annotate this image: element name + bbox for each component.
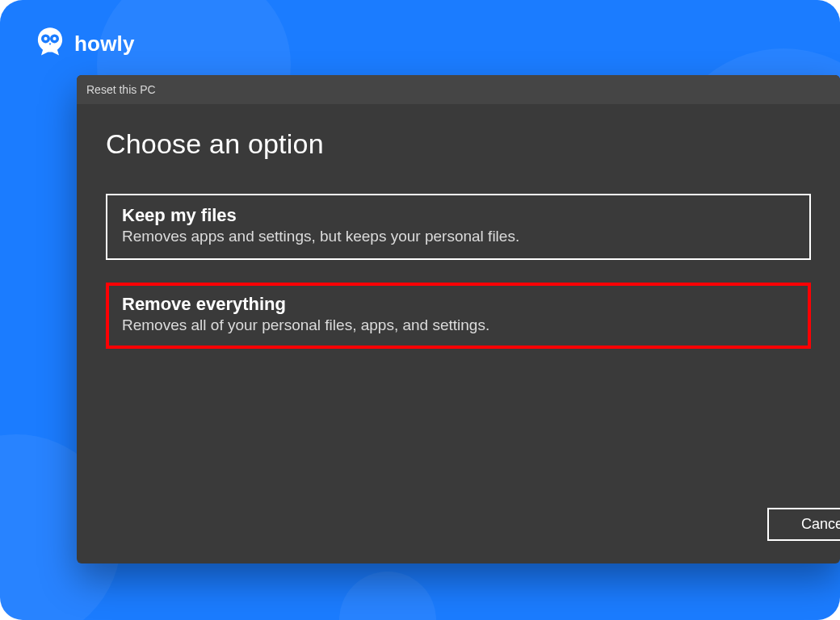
brand-name: howly: [74, 31, 135, 57]
decorative-circle: [339, 572, 436, 620]
option-description: Removes all of your personal files, apps…: [122, 316, 795, 334]
page-backdrop: howly Reset this PC Choose an option Kee…: [0, 0, 840, 620]
cancel-button[interactable]: Cancel: [767, 508, 840, 541]
svg-point-3: [52, 37, 56, 40]
option-title: Keep my files: [122, 205, 795, 226]
dialog-title: Reset this PC: [86, 83, 156, 96]
option-description: Removes apps and settings, but keeps you…: [122, 228, 795, 245]
dialog-content: Choose an option Keep my files Removes a…: [77, 104, 840, 563]
svg-point-2: [44, 37, 47, 40]
dialog-titlebar: Reset this PC: [77, 75, 840, 104]
option-keep-my-files[interactable]: Keep my files Removes apps and settings,…: [106, 194, 811, 260]
owl-icon: [32, 24, 68, 63]
dialog-heading: Choose an option: [106, 128, 811, 160]
option-remove-everything[interactable]: Remove everything Removes all of your pe…: [106, 283, 811, 349]
brand-logo: howly: [32, 24, 135, 63]
reset-pc-dialog: Reset this PC Choose an option Keep my f…: [77, 75, 840, 563]
dialog-footer: Cancel: [767, 508, 840, 541]
cancel-button-label: Cancel: [801, 516, 840, 532]
option-title: Remove everything: [122, 294, 795, 315]
